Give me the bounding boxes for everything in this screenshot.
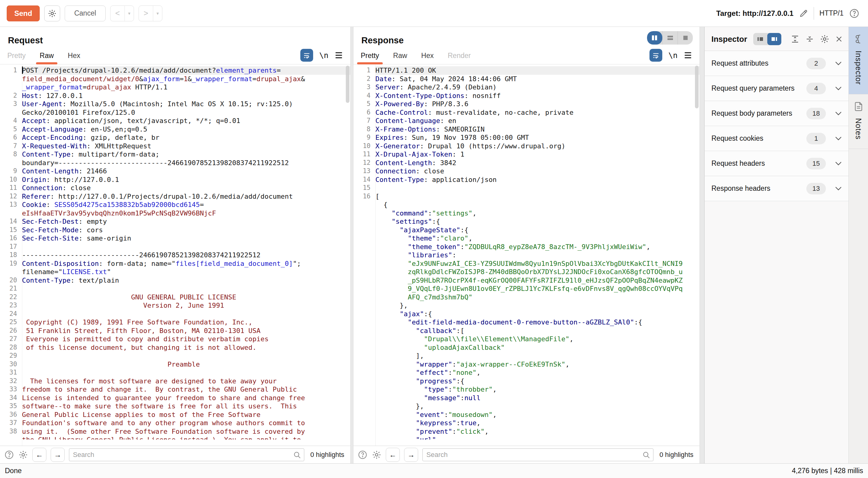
panel-splitter[interactable] [350, 27, 353, 464]
dock-left-button[interactable] [753, 33, 767, 45]
editor-line: "wrapper":"ajax-wrapper--CFoEkE9TnSk", [353, 360, 700, 369]
side-tab-inspector[interactable]: Inspector [849, 27, 868, 94]
line-content: "url" [375, 436, 700, 440]
search-next-button[interactable]: → [404, 448, 418, 462]
editor-line: 8X-Frame-Options: SAMEORIGIN [353, 125, 700, 134]
line-content [22, 310, 350, 318]
inspector-section-request-headers[interactable]: Request headers15 [705, 151, 848, 176]
line-content: HTTP/1.1 200 OK [375, 66, 700, 75]
line-content: Sec-Fetch-Mode: cors [22, 226, 350, 234]
tab-hex[interactable]: Hex [421, 52, 434, 64]
section-count-badge: 15 [806, 158, 826, 170]
layout-columns-button[interactable] [647, 31, 662, 44]
line-number [353, 427, 375, 436]
search-settings-gear-icon[interactable] [372, 450, 381, 460]
editor-line: 15 [353, 184, 700, 192]
tab-raw[interactable]: Raw [393, 52, 407, 64]
next-request-button[interactable]: > ▾ [138, 5, 162, 21]
cancel-button[interactable]: Cancel [65, 5, 105, 21]
word-wrap-toggle-icon[interactable] [649, 49, 662, 62]
line-number [353, 360, 375, 369]
inspector-section-response-headers[interactable]: Response headers13 [705, 176, 848, 201]
word-wrap-toggle-icon[interactable] [300, 49, 313, 62]
notes-document-icon [854, 102, 863, 112]
line-content: Content-Length: 3842 [375, 159, 700, 167]
line-number: 6 [353, 108, 375, 117]
editor-menu-icon[interactable] [684, 52, 692, 59]
send-button[interactable]: Send [7, 5, 40, 21]
line-number [353, 419, 375, 427]
inspector-title: Inspector [711, 34, 747, 44]
search-help-icon[interactable] [358, 450, 368, 460]
line-content: filename="LICENSE.txt" [22, 268, 350, 276]
response-search-input[interactable] [423, 448, 653, 461]
line-content: Host: 127.0.0.1 [22, 92, 350, 100]
inspector-settings-gear-icon[interactable] [820, 34, 830, 44]
line-number [353, 411, 375, 419]
line-content: }, [375, 301, 700, 310]
tab-raw[interactable]: Raw [40, 52, 54, 64]
help-icon[interactable] [849, 8, 860, 19]
layout-rows-button[interactable] [662, 31, 678, 44]
editor-line: 8Content-Type: multipart/form-data; [0, 150, 350, 159]
inspector-section-request-cookies[interactable]: Request cookies1 [705, 126, 848, 151]
send-settings-button[interactable] [44, 5, 60, 21]
tab-render[interactable]: Render [448, 52, 471, 64]
line-number: 30 [0, 360, 22, 369]
inspector-section-request-query-parameters[interactable]: Request query parameters4 [705, 76, 848, 101]
line-number [353, 394, 375, 402]
magnifier-icon [293, 451, 301, 460]
editor-line: 28 of this license document, but changin… [0, 343, 350, 352]
line-content: _wrapper_format=drupal_ajax HTTP/1.1 [22, 83, 350, 92]
inspector-dock-toggle [753, 33, 781, 45]
expand-all-icon[interactable] [790, 34, 800, 43]
request-search-input[interactable] [69, 448, 304, 461]
response-editor[interactable]: 1HTTP/1.1 200 OK2Date: Sat, 04 May 2024 … [353, 64, 700, 446]
line-content: POST /Projects/drupal-10.2.6/media/add/d… [22, 66, 350, 75]
tab-pretty[interactable]: Pretty [7, 52, 26, 64]
inspector-section-request-body-parameters[interactable]: Request body parameters18 [705, 101, 848, 126]
line-number: 1 [0, 66, 22, 75]
search-next-button[interactable]: → [51, 448, 65, 462]
line-content: "theme":"claro", [375, 234, 700, 243]
search-settings-gear-icon[interactable] [18, 450, 28, 460]
edit-target-pencil-icon[interactable] [799, 9, 808, 18]
close-inspector-icon[interactable] [835, 35, 843, 43]
layout-single-button[interactable] [678, 31, 693, 44]
request-scrollbar[interactable] [346, 66, 349, 103]
line-number: 20 [0, 276, 22, 285]
search-previous-button[interactable]: ← [386, 448, 400, 462]
line-content: X-Generator: Drupal 10 (https://www.drup… [375, 142, 700, 150]
line-number: 7 [0, 142, 22, 150]
search-help-icon[interactable] [4, 450, 14, 460]
next-arrow-label: > [139, 6, 153, 21]
collapse-all-icon[interactable] [805, 34, 814, 43]
editor-line: "uploadAjaxCallback" [353, 343, 700, 352]
line-number: 4 [0, 117, 22, 125]
tab-hex[interactable]: Hex [68, 52, 80, 64]
line-number: 16 [0, 234, 22, 243]
editor-line: 6Cache-Control: must-revalidate, no-cach… [353, 108, 700, 117]
response-scrollbar[interactable] [695, 66, 699, 108]
show-newlines-toggle[interactable]: \n [319, 51, 329, 60]
line-number [353, 217, 375, 226]
request-editor[interactable]: 1POST /Projects/drupal-10.2.6/media/add/… [0, 64, 350, 446]
tab-pretty[interactable]: Pretty [361, 52, 379, 64]
next-dropdown-caret-icon[interactable]: ▾ [153, 6, 162, 21]
search-previous-button[interactable]: ← [32, 448, 46, 462]
line-number: 5 [353, 100, 375, 108]
side-tab-notes[interactable]: Notes [849, 94, 868, 149]
previous-request-button[interactable]: < ▾ [110, 5, 134, 21]
show-newlines-toggle[interactable]: \n [669, 51, 678, 60]
line-number [0, 268, 22, 276]
panel-splitter[interactable] [700, 27, 705, 464]
line-content: Expires: Sun, 19 Nov 1978 05:00:00 GMT [375, 133, 700, 142]
previous-dropdown-caret-icon[interactable]: ▾ [125, 6, 134, 21]
editor-line: "event":"mousedown", [353, 411, 700, 419]
line-content: Content-Type: application/json [375, 176, 700, 184]
line-content: zqRlkgDdlcFWZoISJP8-ZM40dBBQoOrbX7DYsLJ2… [375, 268, 700, 276]
dock-right-button[interactable] [767, 33, 781, 45]
line-content [22, 285, 350, 293]
inspector-section-request-attributes[interactable]: Request attributes2 [705, 51, 848, 76]
editor-menu-icon[interactable] [335, 52, 343, 59]
